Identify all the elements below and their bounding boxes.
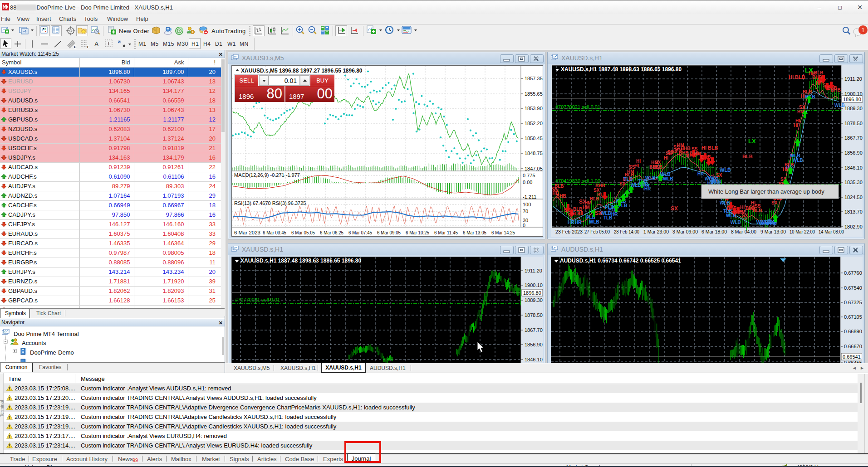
svg-text:BLB: BLB [554,184,564,189]
svg-text:XAUUSD.s,H1 1887.48 1898.63 1: XAUUSD.s,H1 1887.48 1898.63 1886.65 1896… [240,258,362,264]
svg-text:HM: HM [583,205,590,210]
svg-text:WLB: WLB [793,158,803,163]
svg-text:XAUUSD.s,H1 1887.48 1898.63 1: XAUUSD.s,H1 1887.48 1898.63 1886.65 1896… [561,66,682,73]
svg-text:8 Mar 04:00: 8 Mar 04:00 [731,229,756,234]
svg-text:HR: HR [611,212,618,217]
svg-text:6 Mar 10:25: 6 Mar 10:25 [406,230,429,235]
svg-text:1855.65: 1855.65 [525,91,543,97]
svg-text:-1.211: -1.211 [523,194,536,199]
svg-text:6 Mar 18:00: 6 Mar 18:00 [701,229,727,234]
svg-text:RSI(13) 67.4670 RSI(3) 96.372: RSI(13) 67.4670 RSI(3) 96.3725 [234,200,306,206]
svg-text:6 Mar 09:05: 6 Mar 09:05 [377,230,401,235]
svg-text:1824.50: 1824.50 [844,195,863,200]
svg-text:XAUUSD.s,M5 1896.88 1897.27 1: XAUUSD.s,M5 1896.88 1897.27 1896.55 1896… [241,68,363,74]
svg-text:6 Mar 14:25: 6 Mar 14:25 [491,230,515,235]
svg-text:1896.80: 1896.80 [523,290,541,296]
svg-text:F: F [87,45,89,49]
svg-text:WLB: WLB [720,200,730,205]
svg-text:HI: HI [579,211,583,216]
svg-text:1878.50: 1878.50 [525,312,543,318]
svg-text:T: T [107,41,110,46]
svg-text:6 Mar 06:25: 6 Mar 06:25 [320,230,343,235]
svg-text:6 Mar 11:45: 6 Mar 11:45 [434,230,458,235]
svg-text:1847.05: 1847.05 [525,166,543,171]
svg-text:1846.10: 1846.10 [525,357,543,362]
svg-text:#70419830 sell 1.00: #70419830 sell 1.00 [555,178,600,184]
svg-text:WLB: WLB [645,175,656,180]
svg-text:HR: HR [770,221,777,226]
svg-text:BHB: BHB [831,88,841,92]
svg-text:1856.90: 1856.90 [844,150,863,156]
svg-text:1 Mar 23:00: 1 Mar 23:00 [643,229,669,234]
svg-text:SX: SX [619,181,626,186]
svg-text:BLB: BLB [814,70,824,75]
svg-text:SS: SS [755,204,761,209]
svg-text:6 Mar 2023: 6 Mar 2023 [234,230,260,235]
svg-text:0.66670: 0.66670 [844,344,862,349]
svg-text:SX: SX [655,160,661,165]
svg-text:HR: HR [644,186,651,191]
svg-text:6 Mar 07:45: 6 Mar 07:45 [348,230,372,235]
svg-text:TLS: TLS [623,176,633,182]
svg-text:70: 70 [523,209,528,214]
svg-text:1900.10: 1900.10 [525,282,543,288]
svg-text:#70770021 sell 0.01: #70770021 sell 0.01 [235,297,280,302]
svg-text:0.67325: 0.67325 [844,300,862,305]
svg-text:BHB: BHB [595,183,605,188]
svg-text:1889.30: 1889.30 [844,106,863,111]
svg-text:0.67760: 0.67760 [844,270,862,276]
svg-text:BHB: BHB [556,194,566,199]
svg-text:1853.90: 1853.90 [525,106,543,111]
svg-text:0.66541: 0.66541 [843,354,861,360]
svg-text:6 Mar 03:45: 6 Mar 03:45 [263,230,286,235]
svg-text:1846.10: 1846.10 [844,165,863,170]
svg-text:0.67105: 0.67105 [844,314,862,320]
svg-text:28 Feb 14:00: 28 Feb 14:00 [614,229,639,234]
svg-text:1867.70: 1867.70 [525,327,543,333]
svg-text:SX: SX [579,199,586,205]
svg-text:1911.20: 1911.20 [844,76,862,82]
svg-text:HR: HR [697,171,704,176]
svg-text:1867.70: 1867.70 [844,135,863,141]
svg-text:BLB: BLB [653,165,662,170]
svg-text:HI: HI [795,118,800,123]
svg-text:MACD(12,26,9) -0.271 -1.977: MACD(12,26,9) -0.271 -1.977 [234,172,300,178]
svg-text:HM: HM [694,151,701,156]
svg-text:14 Mar 08:00: 14 Mar 08:00 [819,229,844,234]
svg-text:BHB: BHB [681,146,691,151]
svg-text:1850.45: 1850.45 [525,136,543,141]
svg-text:SX: SX [799,105,805,110]
svg-text:SX: SX [671,205,678,212]
svg-text:1857.35: 1857.35 [525,76,543,81]
svg-text:6 Mar 05:05: 6 Mar 05:05 [291,230,315,235]
svg-text:SX: SX [716,173,722,178]
svg-text:SX: SX [742,213,748,218]
svg-text:0.66890: 0.66890 [844,329,862,334]
svg-text:WLB: WLB [720,167,731,173]
svg-text:AUDUSD.s,H1 0.66734 0.66742 0: AUDUSD.s,H1 0.66734 0.66742 0.66525 0.66… [560,258,681,264]
svg-text:WLB: WLB [589,219,599,224]
svg-text:SX: SX [595,210,602,216]
svg-text:HI: HI [740,205,745,210]
svg-text:White Long Bar larger than ave: White Long Bar larger than average up bo… [708,188,824,195]
svg-text:1911.20: 1911.20 [525,268,542,273]
svg-text:HR: HR [575,220,582,225]
svg-text:1848.75: 1848.75 [525,151,543,156]
svg-text:HI BLB: HI BLB [789,74,805,80]
svg-text:0: 0 [523,223,525,228]
svg-text:#70770021 sell 0.01: #70770021 sell 0.01 [555,104,600,110]
svg-text:9 Mar 13:00: 9 Mar 13:00 [760,229,786,234]
svg-text:0.00: 0.00 [523,180,532,185]
svg-text:BLB: BLB [742,154,753,159]
svg-text:1856.90: 1856.90 [525,342,543,347]
svg-text:SX: SX [771,200,778,205]
svg-text:BLB: BLB [753,208,762,213]
svg-text:LX: LX [805,67,814,74]
svg-text:HI: HI [634,163,639,168]
svg-text:E: E [74,45,77,49]
svg-text:HI: HI [794,123,798,128]
svg-text:HI: HI [636,159,641,164]
svg-text:100: 100 [523,202,531,207]
svg-text:1889.30: 1889.30 [525,297,543,303]
svg-text:HM: HM [627,169,634,174]
